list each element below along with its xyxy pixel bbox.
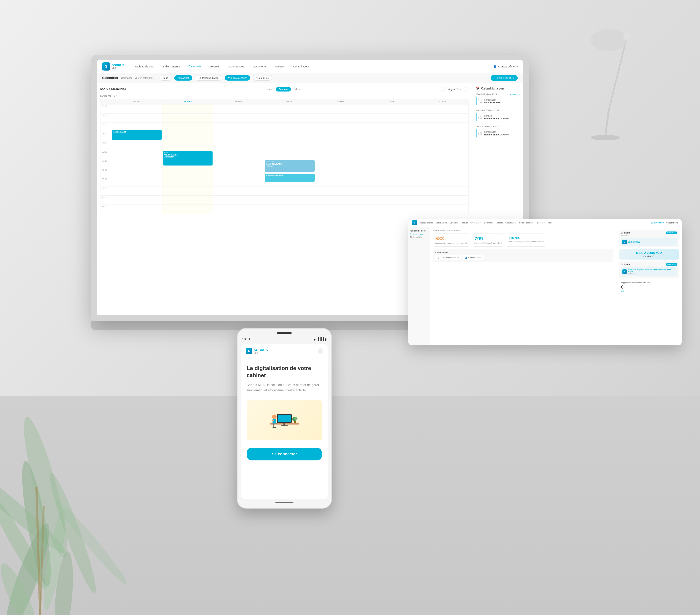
day-3-slot-7: [213, 168, 264, 177]
day-1-slot-9: [111, 187, 162, 196]
nav-consultations[interactable]: Consultations: [292, 64, 311, 69]
nav-patients[interactable]: Patients: [273, 64, 286, 69]
suggestions-label: Suggestions en attente de validation: [621, 281, 677, 284]
today-badge: Aujourd'hui: [510, 93, 520, 96]
upcoming-event-2[interactable]: 7:30 9:30 Contrôle Rachid EL KADDOURI: [476, 113, 520, 122]
day-6-slot-0: [366, 104, 417, 114]
dash-nav-0[interactable]: Tableau de bord: [420, 222, 433, 224]
activity-date-1: 2020-01-01: [621, 235, 677, 237]
activity-brand-label-1: SOBRUS MED: [628, 241, 640, 243]
time-slot-10: 10:00: [100, 196, 111, 205]
day-header-2: 03 merc.: [213, 99, 264, 104]
day-col-6[interactable]: [366, 104, 417, 214]
nav-calendrier[interactable]: Calendrier: [187, 64, 202, 69]
svg-rect-25: [272, 424, 277, 424]
next-month-button[interactable]: ›: [464, 87, 468, 91]
filter-teleconsultation[interactable]: En téléconsultation: [195, 75, 222, 80]
time-column: 00:00 01:00 02:00 03:00 04:00 05:00 06:0…: [100, 104, 111, 214]
nav-tableau-bord[interactable]: Tableau de bord: [133, 64, 156, 69]
filter-au-cabinet[interactable]: Au cabinet: [174, 75, 192, 80]
lamp-decoration: [572, 18, 664, 147]
event-rachid[interactable]: 7:30 – 9:30 Rachid EL KAD... Rende...: [265, 160, 315, 172]
dash-account[interactable]: Compte Démo: [666, 222, 678, 224]
dash-nav-5[interactable]: Documents: [484, 222, 493, 224]
day-4-slot-3: [264, 132, 315, 141]
filter-tous[interactable]: Tous: [160, 75, 171, 80]
view-tab-jour[interactable]: Jour: [264, 87, 275, 91]
day-5-slot-1: [315, 114, 366, 123]
svg-point-2: [591, 29, 627, 51]
event-mouad[interactable]: 5:00 – 7:00 Mouad SABER Consultation: [163, 151, 213, 165]
dash-nav-2[interactable]: Calendrier: [450, 222, 458, 224]
stat-card-1: 799 Patients créés jusqu'à aujourd'hui: [472, 234, 504, 247]
time-slot-8: 08:00: [100, 177, 111, 187]
phone-screen: S SOBRUS MED ⋮ La digitalisation de votr…: [241, 344, 328, 499]
day-col-1[interactable]: Hamza SABR: [111, 104, 162, 214]
day-2-slot-2: [162, 123, 213, 132]
day-header-4: 05 ven.: [315, 99, 366, 104]
dash-nav-9[interactable]: Dépenses: [537, 222, 546, 224]
day-7-slot-9: [417, 187, 468, 196]
new-rdv-button[interactable]: + + Nouveau RDV: [491, 75, 518, 81]
upcoming-date-2: Vendredi 05 Mars 2021: [476, 109, 520, 112]
stat-number-0: 588: [435, 236, 468, 242]
view-tab-semaine[interactable]: Semaine: [276, 87, 291, 91]
day-3-slot-11: [213, 205, 264, 214]
upcoming-event-1[interactable]: 5:00 7:00 Consultation Mouad SABER: [476, 97, 520, 105]
dash-nav-4[interactable]: Ordonnances: [471, 222, 482, 224]
quick-action-0[interactable]: 📋 Créer une ordonnance: [435, 255, 461, 260]
upcoming-event-3[interactable]: 1:00 2:00 Consultation Rachid EL KADDOUR…: [476, 129, 520, 137]
nav-documents[interactable]: Documents: [251, 64, 268, 69]
phone-hero-description: Sabrus MED, la solution qui vous permet …: [247, 382, 322, 393]
calendar-title: Mon calendrier: [100, 87, 126, 91]
activity-item-2: Dr Salim APPROUVÉ S Sabrus MED participe…: [619, 261, 679, 278]
stat-label-2: Médicaments et produits de Para référenc…: [508, 241, 544, 242]
event-time-2: 7:30 9:30: [478, 115, 482, 120]
stat-number-1: 799: [474, 236, 501, 242]
dash-nav-1[interactable]: Salle d'attente: [436, 222, 447, 224]
quick-action-1[interactable]: 👤 Créer un patient: [463, 255, 484, 260]
day-col-7[interactable]: [417, 104, 468, 214]
day-6-slot-7: [366, 168, 417, 177]
page-title: Calendrier: [102, 76, 118, 80]
event-aatmad[interactable]: AATMAD TOURAI...: [265, 174, 315, 182]
event-hamza[interactable]: Hamza SABR: [112, 130, 162, 140]
phone-cta-button[interactable]: Se connecter: [247, 448, 322, 461]
suggestions-count: 0: [621, 285, 677, 290]
phone-menu-icon[interactable]: ⋮: [317, 348, 323, 354]
voir-button[interactable]: Voir →: [621, 290, 677, 292]
nav-produits[interactable]: Produits: [208, 64, 221, 69]
phone-home-indicator: [275, 502, 293, 503]
activity-logo-1: S SOBRUS MED: [621, 238, 677, 246]
dashboard-screen: S Tableau de bord Salle d'attente Calend…: [408, 219, 682, 346]
svg-rect-27: [273, 427, 276, 428]
prev-month-button[interactable]: ‹: [441, 87, 446, 91]
dash-nav-10[interactable]: Plus: [548, 222, 552, 224]
current-period-label: Aujourd'hui: [448, 88, 461, 91]
view-tab-mois[interactable]: Mois: [292, 87, 303, 91]
nav-ordonnances[interactable]: Ordonnances: [226, 64, 246, 69]
day-4-slot-10: [264, 196, 315, 205]
account-area[interactable]: 👤 Compte Démo ▾: [493, 65, 518, 68]
dash-nav-3[interactable]: Produits: [461, 222, 468, 224]
day-col-3[interactable]: [213, 104, 264, 214]
day-col-5[interactable]: [315, 104, 366, 214]
phone-logo-icon: S: [246, 348, 252, 354]
navbar: S SOBRUS MED Tableau de bord Salle d'att…: [97, 60, 523, 73]
dash-nav-7[interactable]: Consultations: [505, 222, 516, 224]
dash-sidebar-item-2[interactable]: Fil d'actualités: [410, 236, 428, 238]
dash-nav-8[interactable]: Notes d'honoraires: [519, 222, 535, 224]
dash-nav-6[interactable]: Patients: [496, 222, 503, 224]
day-col-4[interactable]: 7:30 – 9:30 Rachid EL KAD... Rende... AA…: [264, 104, 315, 214]
filter-vue-liste[interactable]: Vue en liste: [253, 75, 272, 80]
dash-content: Tableau de bord Tableau de bord Fil d'ac…: [408, 227, 682, 346]
day-2-slot-0: [162, 104, 213, 114]
dash-sidebar-item-1[interactable]: Tableau de bord: [410, 233, 428, 235]
filter-vue-calendrier[interactable]: Vue en calendrier: [225, 75, 250, 80]
svg-point-30: [294, 417, 298, 420]
day-7-slot-2: [417, 123, 468, 132]
day-3-slot-2: [213, 123, 264, 132]
nav-salle-attente[interactable]: Salle d'attente: [161, 64, 182, 69]
day-6-slot-8: [366, 177, 417, 187]
day-col-2[interactable]: 5:00 – 7:00 Mouad SABER Consultation: [162, 104, 213, 214]
